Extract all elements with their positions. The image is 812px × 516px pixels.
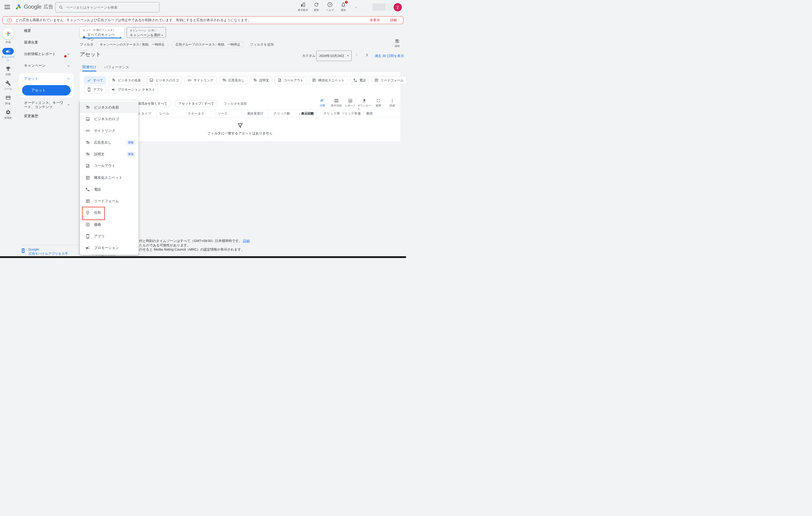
asset-type-chip[interactable]: アプリ	[84, 85, 106, 94]
tabs: 関連付け パフォーマンス	[80, 63, 400, 72]
dropdown-menu-item[interactable]: 価格	[80, 219, 139, 230]
table-filter-chip-asset-type[interactable]: アセットタイプ:: すべて	[174, 100, 218, 107]
dropdown-menu-item[interactable]: 電話	[80, 184, 139, 195]
asset-type-chip[interactable]: プロモーション テキスト	[109, 85, 158, 94]
asset-type-chip[interactable]: 広告見出し	[219, 76, 248, 84]
asset-type-chip[interactable]: 説明文	[250, 76, 272, 84]
asset-type-chip[interactable]: 電話	[350, 76, 369, 84]
dropdown-menu-item[interactable]: コールアウト	[80, 160, 139, 172]
search-input[interactable]	[65, 5, 148, 9]
table-tool-button[interactable]: 展開	[371, 98, 385, 111]
bottom-edge	[0, 256, 406, 258]
asset-chip-icon	[87, 87, 91, 92]
top-action-button[interactable]: 更新	[310, 2, 323, 12]
table-column-header[interactable]: 費用	[363, 110, 375, 117]
table-tool-button[interactable]: 表示項目	[329, 98, 343, 111]
filter-bar: フィルタ キャンペーンのステータス:: 有効、一時停止 広告グループのステータス…	[80, 41, 390, 48]
table-column-header[interactable]: クリック数	[268, 110, 292, 117]
tab[interactable]: パフォーマンス	[104, 63, 129, 71]
asset-type-chip[interactable]: ビジネスの名前	[109, 76, 144, 84]
show-last-30-days-link[interactable]: 過去 30 日間を表示	[375, 54, 400, 58]
dropdown-menu-item[interactable]: 構造化スニペット	[80, 172, 139, 183]
create-button[interactable]	[2, 28, 14, 39]
footer-notes: 付と時刻のタイムゾーンはすべて（GMT+09:00）日本標準時です。 詳細 たも…	[139, 239, 250, 252]
home-icon	[82, 35, 86, 39]
table-column-header[interactable]: ステータス	[185, 110, 215, 117]
date-picker[interactable]: 2024年10月24日 ▼	[317, 51, 352, 61]
asset-type-chip[interactable]: ビジネスのロゴ	[146, 76, 182, 84]
google-ads-logo: Google 広告	[15, 3, 54, 10]
sidebar-item-assets[interactable]: アセット	[19, 73, 74, 84]
menu-icon[interactable]	[4, 5, 10, 9]
dropdown-menu-item[interactable]: 住所	[80, 207, 139, 219]
asset-chip-icon	[187, 78, 192, 82]
top-action-button[interactable]: 表示形式	[296, 2, 310, 12]
table-tool-button[interactable]: 詳細	[385, 98, 399, 111]
filter-chip-adgroup-status[interactable]: 広告グループのステータス:: 有効、一時停止	[172, 41, 244, 48]
table-column-header[interactable]: レベル	[157, 110, 185, 117]
nav-rail-item[interactable]: 管理者	[0, 109, 16, 119]
nav-rail-icon	[5, 49, 11, 54]
dropdown-menu-item[interactable]: アプリ	[80, 231, 139, 242]
detail-link[interactable]: 詳細	[390, 18, 397, 23]
nav-rail-item[interactable]: 目標	[0, 65, 16, 76]
asset-chip-icon	[278, 78, 282, 82]
table-tool-button[interactable]: ダウンロード	[357, 98, 371, 111]
table-column-header[interactable]: 平均クリック単価	[343, 110, 363, 117]
sidebar-item-change-history[interactable]: 変更履歴	[19, 114, 74, 119]
sidebar-item-audiences[interactable]: オーディエンス、キーワード、コンテンツ	[19, 100, 74, 109]
dropdown-menu-item[interactable]: ビジネスの名前	[80, 101, 139, 113]
asset-type-chip[interactable]: すべて	[84, 76, 106, 84]
asset-type-chip[interactable]: リードフォーム	[371, 76, 406, 84]
ads-triangle-icon	[15, 3, 22, 10]
nav-rail-item[interactable]: ツール	[0, 80, 16, 90]
sidebar-item-insights[interactable]: 分析情報とレポート	[19, 52, 74, 57]
asset-type-chips-row2: アプリ プロモーション テキスト	[84, 85, 158, 94]
table-column-header[interactable]: クリック率	[317, 110, 343, 117]
sidebar-item-campaigns[interactable]: キャンペーン	[19, 63, 74, 68]
table-column-header[interactable]: 表示回数	[292, 110, 317, 117]
custom-range-label: カスタム	[302, 54, 315, 58]
promo-link[interactable]: Google 広告モバイルアプリを入手	[28, 247, 68, 256]
tab[interactable]: 関連付け	[82, 63, 96, 71]
dropdown-menu-item[interactable]: 説明文 新規	[80, 148, 139, 160]
asset-type-chip[interactable]: サイトリンク	[184, 76, 217, 84]
dropdown-menu-item[interactable]: リードフォーム	[80, 195, 139, 207]
asset-chip-icon	[87, 78, 91, 82]
add-filter-button[interactable]: フィルタを追加	[250, 42, 274, 47]
dropdown-menu-item[interactable]: 広告見出し 新規	[80, 137, 139, 148]
asset-type-chip[interactable]: 構造化スニペット	[309, 76, 348, 84]
prev-period-button[interactable]	[355, 53, 359, 57]
view-selector[interactable]: ビュー（2 個のフィルタ） すべてのキャンペーン ▼	[80, 27, 124, 38]
table-tool-icon	[362, 98, 367, 103]
nav-rail-item[interactable]: キャンペーン	[0, 48, 16, 61]
save-button[interactable]: 保存	[395, 39, 400, 48]
nav-rail-label: ツール	[0, 87, 16, 90]
table-column-header[interactable]: 最終更新日	[244, 110, 268, 117]
footer-detail-link[interactable]: 詳細	[243, 239, 250, 243]
dropdown-menu-item[interactable]: ビジネスのロゴ	[80, 113, 139, 125]
menu-item-icon	[85, 222, 90, 227]
nav-rail-item[interactable]: 料金	[0, 94, 16, 105]
asset-type-chip[interactable]: コールアウト	[274, 76, 307, 84]
dropdown-menu-item[interactable]: サイトリンク	[80, 125, 139, 136]
table-column-header[interactable]: ソース	[215, 110, 244, 117]
sidebar-item-overview[interactable]: 概要	[19, 28, 74, 33]
add-filter-button[interactable]: フィルタを追加	[224, 101, 247, 106]
filter-chip-campaign-status[interactable]: キャンペーンのステータス:: 有効、一時停止	[96, 41, 169, 48]
table-tool-button[interactable]: レポート	[344, 98, 357, 111]
top-action-button[interactable]: ! 通知	[337, 2, 350, 12]
table-tool-button[interactable]: 分類	[315, 98, 329, 111]
top-action-button[interactable]: ヘルプ	[323, 2, 337, 12]
avatar[interactable]: 2	[394, 3, 402, 11]
table-tool-icon	[348, 98, 353, 103]
top-action-icon	[314, 2, 319, 7]
alert-banner: どの広告も掲載されていません - キャンペーンおよび広告グループは停止中であるか…	[3, 16, 403, 24]
sidebar-item-optimization[interactable]: 最適化案	[19, 40, 74, 45]
global-search[interactable]	[55, 2, 160, 12]
hide-link[interactable]: 非表示	[370, 18, 380, 23]
campaign-selector[interactable]: キャンペーン（1 件） キャンペーンを選択 ▼	[127, 27, 166, 38]
sidebar-item-assets-sub[interactable]: アセット	[22, 85, 71, 95]
next-period-button[interactable]	[365, 53, 369, 57]
dropdown-menu-item[interactable]: プロモーション	[80, 242, 139, 254]
